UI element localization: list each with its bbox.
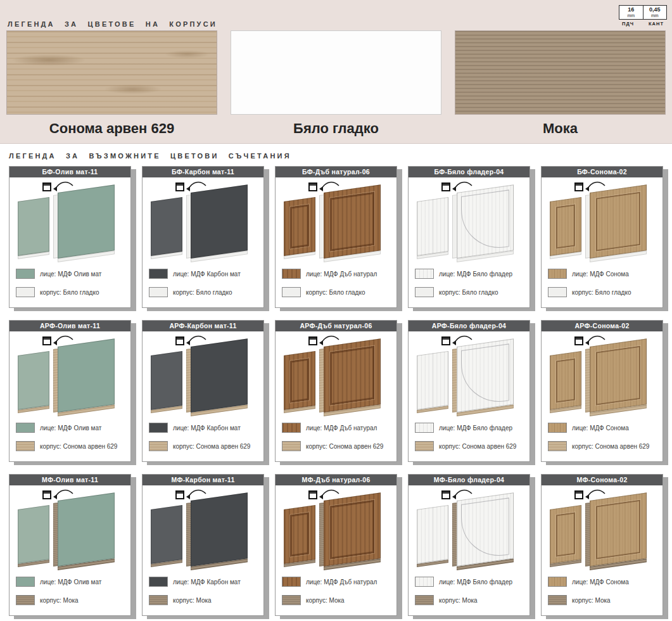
door-panel-large — [324, 184, 381, 259]
face-color-swatch — [149, 423, 168, 433]
card-legend: лице: МДФ Бяло фладер корпус: Сонома арв… — [409, 421, 529, 451]
door-panel-small — [550, 351, 581, 410]
face-color-swatch — [548, 423, 567, 433]
face-legend-row: лице: МДФ Бяло фладер — [415, 423, 529, 433]
face-legend-label: лице: МДФ Карбон мат — [173, 425, 241, 432]
combo-card: БФ-Сонома-02 лице: МДФ Сонома корпус: Бя… — [541, 166, 663, 308]
door-panel-small — [151, 197, 182, 256]
curved-arrow-icon — [52, 333, 75, 347]
curved-arrow-icon — [52, 487, 75, 501]
face-color-swatch — [282, 577, 301, 587]
face-legend-label: лице: МДФ Бяло фладер — [439, 425, 512, 432]
combo-legend-title: ЛЕГЕНДА ЗА ВЪЗМОЖНИТЕ ЦВЕТОВИ СЪЧЕТАНИЯ — [9, 152, 672, 160]
body-legend-row: корпус: Мока — [548, 595, 662, 605]
body-legend-label: корпус: Мока — [173, 597, 212, 604]
body-legend-row: корпус: Бяло гладко — [16, 287, 130, 297]
combo-card-title: АРФ-Бяло фладер-04 — [409, 321, 529, 331]
corner-detail-icon — [175, 336, 184, 345]
body-legend-row: корпус: Сонома арвен 629 — [415, 441, 529, 451]
combo-card-title: МФ-Бяло фладер-04 — [409, 475, 529, 485]
combo-card: АРФ-Карбон мат-11 лице: МДФ Карбон мат к… — [142, 320, 264, 462]
body-color-swatch — [548, 441, 567, 451]
spec-thickness-value: 16 — [628, 7, 634, 13]
face-legend-label: лице: МДФ Дъб натурал — [306, 271, 377, 278]
body-color-swatch — [16, 287, 35, 297]
door-panel-large — [590, 184, 647, 259]
face-legend-label: лице: МДФ Олив мат — [40, 579, 101, 586]
combo-card: МФ-Карбон мат-11 лице: МДФ Карбон мат ко… — [142, 474, 264, 616]
cabinet-doors-preview — [10, 177, 130, 267]
carcass-swatch: Бяло гладко — [231, 30, 441, 137]
face-legend-row: лице: МДФ Сонома — [548, 423, 662, 433]
body-legend-label: корпус: Сонома арвен 629 — [306, 443, 383, 450]
body-legend-label: корпус: Бяло гладко — [439, 289, 498, 296]
door-panel-small — [18, 197, 49, 256]
face-legend-row: лице: МДФ Карбон мат — [149, 577, 263, 587]
face-legend-label: лице: МДФ Дъб натурал — [306, 425, 377, 432]
door-panel-large — [58, 492, 115, 567]
face-legend-label: лице: МДФ Олив мат — [40, 271, 101, 278]
body-legend-label: корпус: Мока — [439, 597, 478, 604]
face-color-swatch — [16, 577, 35, 587]
cabinet-doors-preview — [10, 485, 130, 575]
cabinet-doors-preview — [276, 177, 396, 267]
body-legend-label: корпус: Бяло гладко — [173, 289, 232, 296]
door-panel-large — [590, 338, 647, 413]
curved-arrow-icon — [584, 333, 607, 347]
curved-arrow-icon — [185, 179, 208, 193]
spec-edge-value: 0,45 — [649, 7, 661, 13]
carcass-swatch-label: Мока — [455, 120, 666, 137]
carcass-legend-section: ЛЕГЕНДА ЗА ЦВЕТОВЕ НА КОРПУСИ 16 mm 0,45… — [0, 0, 672, 144]
door-panel-small — [284, 351, 315, 410]
carcass-swatch-sample — [6, 30, 217, 115]
face-color-swatch — [548, 577, 567, 587]
face-color-swatch — [415, 577, 434, 587]
face-legend-row: лице: МДФ Дъб натурал — [282, 577, 396, 587]
combo-card: МФ-Дъб натурал-06 лице: МДФ Дъб натурал … — [275, 474, 397, 616]
card-legend: лице: МДФ Сонома корпус: Мока — [542, 575, 662, 605]
cabinet-doors-preview — [143, 485, 263, 575]
door-panel-large — [590, 492, 647, 567]
body-legend-label: корпус: Сонома арвен 629 — [439, 443, 516, 450]
combo-card: БФ-Дъб натурал-06 лице: МДФ Дъб натурал … — [275, 166, 397, 308]
combo-card-title: АРФ-Сонома-02 — [542, 321, 662, 331]
body-color-swatch — [149, 595, 168, 605]
curved-arrow-icon — [451, 487, 474, 501]
face-legend-row: лице: МДФ Карбон мат — [149, 423, 263, 433]
door-panel-large — [58, 184, 115, 259]
catalog-page: ЛЕГЕНДА ЗА ЦВЕТОВЕ НА КОРПУСИ 16 mm 0,45… — [0, 0, 672, 621]
spec-thickness-label: ПДЧ — [622, 21, 634, 27]
cabinet-doors-preview — [276, 331, 396, 421]
combo-card-title: АРФ-Олив мат-11 — [10, 321, 130, 331]
spec-edge-label: КАНТ — [649, 21, 664, 27]
corner-detail-icon — [42, 182, 51, 191]
cabinet-doors-preview — [409, 331, 529, 421]
face-legend-label: лице: МДФ Сонома — [572, 271, 629, 278]
corner-detail-icon — [42, 336, 51, 345]
spec-thickness-cell: 16 mm — [619, 5, 643, 20]
body-legend-row: корпус: Сонома арвен 629 — [282, 441, 396, 451]
body-legend-label: корпус: Мока — [572, 597, 611, 604]
door-panel-small — [417, 197, 448, 256]
combo-card-title: БФ-Бяло фладер-04 — [409, 167, 529, 177]
card-legend: лице: МДФ Олив мат корпус: Мока — [10, 575, 130, 605]
spec-labels: ПДЧ КАНТ — [619, 21, 667, 27]
face-legend-label: лице: МДФ Бяло фладер — [439, 271, 512, 278]
face-color-swatch — [16, 269, 35, 279]
spec-cells: 16 mm 0,45 mm — [619, 5, 667, 20]
corner-detail-icon — [175, 490, 184, 499]
body-legend-row: корпус: Мока — [16, 595, 130, 605]
body-legend-row: корпус: Сонома арвен 629 — [548, 441, 662, 451]
combo-grid: БФ-Олив мат-11 лице: МДФ Олив мат корпус… — [9, 166, 672, 616]
curved-arrow-icon — [318, 333, 341, 347]
face-color-swatch — [16, 423, 35, 433]
body-legend-row: корпус: Мока — [282, 595, 396, 605]
carcass-swatch-sample — [231, 30, 441, 115]
door-panel-small — [284, 505, 315, 564]
card-legend: лице: МДФ Сонома корпус: Бяло гладко — [542, 267, 662, 297]
cabinet-doors-preview — [542, 177, 662, 267]
face-color-swatch — [282, 269, 301, 279]
combo-card: МФ-Бяло фладер-04 лице: МДФ Бяло фладер … — [408, 474, 530, 616]
face-legend-row: лице: МДФ Дъб натурал — [282, 423, 396, 433]
card-legend: лице: МДФ Дъб натурал корпус: Бяло гладк… — [276, 267, 396, 297]
